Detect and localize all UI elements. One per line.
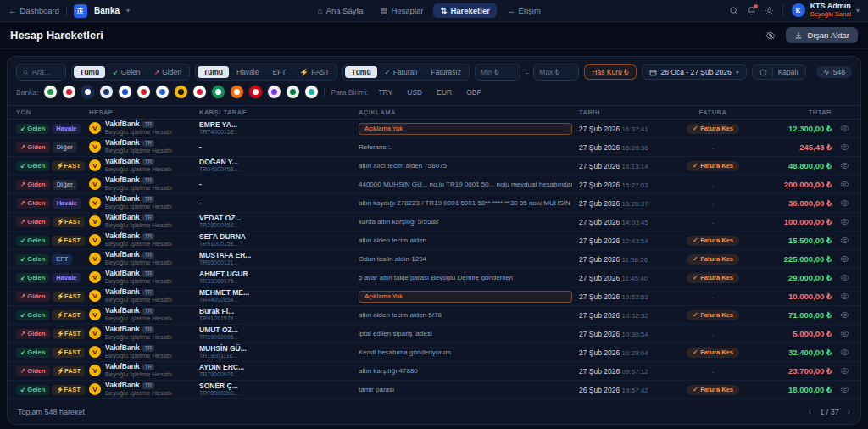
currency-option[interactable]: USD	[403, 86, 426, 98]
view-details-eye-icon[interactable]	[832, 348, 857, 357]
vakifbank-logo-icon: V	[89, 383, 101, 395]
view-details-eye-icon[interactable]	[832, 180, 857, 189]
date-range-button[interactable]: 28 Oca - 27 Şub 2026 ▾	[642, 64, 747, 80]
invoice-action-badge[interactable]: ✓Fatura Kes	[687, 273, 739, 283]
export-button[interactable]: Dışarı Aktar	[786, 27, 858, 43]
table-row[interactable]: ↗ Giden Diğer V VakıfBank TR Beyoğlu İşl…	[8, 138, 860, 157]
bank-filter-logo[interactable]	[137, 86, 150, 98]
bank-filter-logo[interactable]	[193, 86, 206, 98]
back-to-dashboard-link[interactable]: ← Dashboard	[8, 6, 59, 15]
direction-out-button[interactable]: ↗Giden	[148, 66, 187, 78]
nav-item-accounts[interactable]: ▤ Hesaplar	[373, 3, 430, 18]
table-row[interactable]: ↗ Giden Havale V VakıfBank TR Beyoğlu İş…	[8, 194, 860, 213]
type-all-button[interactable]: Tümü	[198, 66, 229, 78]
bank-filter-logo[interactable]	[249, 86, 262, 98]
view-details-eye-icon[interactable]	[832, 385, 857, 394]
type-eft-button[interactable]: EFT	[267, 66, 292, 78]
direction-in-button[interactable]: ↙Gelen	[107, 66, 146, 78]
table-row[interactable]: ↗ Giden ⚡FAST V VakıfBank TR Beyoğlu İşl…	[8, 213, 860, 231]
bank-filter-logo[interactable]	[100, 86, 113, 98]
description-cell: altın karşılığı 47880	[359, 367, 579, 375]
invoice-without-button[interactable]: Faturasız	[426, 66, 467, 78]
bank-filter-logo[interactable]	[305, 86, 318, 98]
nav-item-transactions[interactable]: ⇅ Hareketler	[433, 3, 496, 18]
invoice-action-badge[interactable]: ✓Fatura Kes	[687, 385, 739, 395]
view-details-eye-icon[interactable]	[832, 273, 857, 282]
prev-page-icon[interactable]: ‹	[809, 407, 811, 416]
search-box[interactable]	[16, 64, 66, 81]
table-row[interactable]: ↙ Gelen Havale V VakıfBank TR Beyoğlu İş…	[8, 269, 860, 287]
currency-option[interactable]: EUR	[432, 86, 456, 98]
table-row[interactable]: ↙ Gelen ⚡FAST V VakıfBank TR Beyoğlu İşl…	[8, 381, 860, 399]
date-cell: 27 Şub 2026 11:45:40	[579, 274, 674, 282]
eye-off-icon[interactable]	[762, 27, 779, 44]
bank-filter-logo[interactable]	[287, 86, 299, 98]
view-details-eye-icon[interactable]	[832, 236, 857, 245]
bank-filter-logo[interactable]	[156, 86, 169, 98]
invoice-empty-dash: -	[712, 200, 715, 208]
min-amount-input[interactable]	[475, 64, 520, 81]
invoice-action-badge[interactable]: ✓Fatura Kes	[687, 348, 739, 358]
table-row[interactable]: ↙ Gelen Havale V VakıfBank TR Beyoğlu İş…	[8, 120, 860, 138]
notifications-bell-icon[interactable]	[747, 6, 756, 15]
bank-filter-logo[interactable]	[212, 86, 225, 98]
app-switcher[interactable]: Banka	[94, 6, 120, 15]
bank-filter-logo[interactable]	[175, 86, 187, 98]
currency-option[interactable]: GBP	[462, 86, 486, 98]
bank-filter-logo[interactable]	[268, 86, 281, 98]
invoice-action-badge[interactable]: ✓Fatura Kes	[687, 236, 739, 246]
user-menu[interactable]: K KTS Admin Beyoğlu Sanal ▾	[792, 3, 860, 18]
table-row[interactable]: ↗ Giden Diğer V VakıfBank TR Beyoğlu İşl…	[8, 176, 860, 194]
view-details-eye-icon[interactable]	[832, 329, 857, 338]
next-page-icon[interactable]: ›	[848, 407, 850, 416]
invoice-action-badge[interactable]: ✓Fatura Kes	[687, 310, 739, 320]
search-input[interactable]	[32, 68, 59, 76]
check-icon: ✓	[693, 311, 698, 319]
bank-filter-logo[interactable]	[231, 86, 243, 98]
counterparty-iban: TR19001116...	[199, 353, 359, 359]
type-havale-button[interactable]: Havale	[231, 66, 264, 78]
table-row[interactable]: ↗ Giden ⚡FAST V VakıfBank TR Beyoğlu İşl…	[8, 325, 860, 343]
table-row[interactable]: ↙ Gelen ⚡FAST V VakıfBank TR Beyoğlu İşl…	[8, 306, 860, 325]
view-details-eye-icon[interactable]	[832, 310, 857, 320]
bank-filter-logo[interactable]	[119, 86, 131, 98]
invoice-action-badge[interactable]: ✓Fatura Kes	[687, 161, 739, 171]
direction-badge: ↗ Giden	[16, 198, 50, 209]
has-kuru-button[interactable]: Has Kuru ₺	[584, 64, 636, 80]
view-details-eye-icon[interactable]	[832, 217, 857, 226]
bank-filter-logo[interactable]	[81, 86, 94, 98]
nav-item-access[interactable]: ↔ Erişim	[500, 3, 548, 18]
table-row[interactable]: ↙ Gelen ⚡FAST V VakıfBank TR Beyoğlu İşl…	[8, 343, 860, 362]
bank-filter-logo[interactable]	[44, 86, 57, 98]
invoice-action-badge[interactable]: ✓Fatura Kes	[687, 254, 739, 265]
view-details-eye-icon[interactable]	[832, 198, 857, 208]
view-details-eye-icon[interactable]	[832, 254, 857, 264]
view-details-eye-icon[interactable]	[832, 292, 857, 301]
direction-all-button[interactable]: Tümü	[74, 66, 105, 78]
nav-item-home[interactable]: ⌂ Ana Sayfa	[311, 3, 370, 18]
invoice-with-button[interactable]: ✓Faturalı	[379, 66, 424, 78]
description-cell: altın alıcı tecim alden 758075	[359, 162, 579, 170]
max-amount-input[interactable]	[533, 64, 579, 81]
theme-sun-icon[interactable]	[765, 6, 774, 15]
table-row[interactable]: ↗ Giden ⚡FAST V VakıfBank TR Beyoğlu İşl…	[8, 287, 860, 306]
type-fast-button[interactable]: ⚡FAST	[294, 66, 336, 78]
view-details-eye-icon[interactable]	[832, 142, 857, 152]
check-icon: ✓	[693, 386, 698, 393]
refresh-icon	[760, 69, 767, 76]
table-row[interactable]: ↙ Gelen ⚡FAST V VakıfBank TR Beyoğlu İşl…	[8, 157, 860, 176]
invoice-all-button[interactable]: Tümü	[345, 66, 376, 78]
view-details-eye-icon[interactable]	[832, 124, 857, 133]
invoice-action-badge[interactable]: ✓Fatura Kes	[687, 124, 739, 134]
view-details-eye-icon[interactable]	[832, 161, 857, 170]
search-icon[interactable]	[729, 6, 738, 15]
table-row[interactable]: ↙ Gelen ⚡FAST V VakıfBank TR Beyoğlu İşl…	[8, 231, 860, 250]
table-row[interactable]: ↗ Giden ⚡FAST V VakıfBank TR Beyoğlu İşl…	[8, 362, 860, 381]
description-cell: iptal edilen sipariş iadesi	[359, 330, 579, 337]
account-cell: V VakıfBank TR Beyoğlu İşletme Hesabı	[89, 251, 199, 266]
bank-filter-logo[interactable]	[63, 86, 75, 98]
table-row[interactable]: ↙ Gelen EFT V VakıfBank TR Beyoğlu İşlet…	[8, 250, 860, 269]
view-details-eye-icon[interactable]	[832, 366, 857, 376]
currency-option[interactable]: TRY	[374, 86, 397, 98]
auto-refresh-toggle[interactable]: Kapalı	[752, 64, 806, 80]
